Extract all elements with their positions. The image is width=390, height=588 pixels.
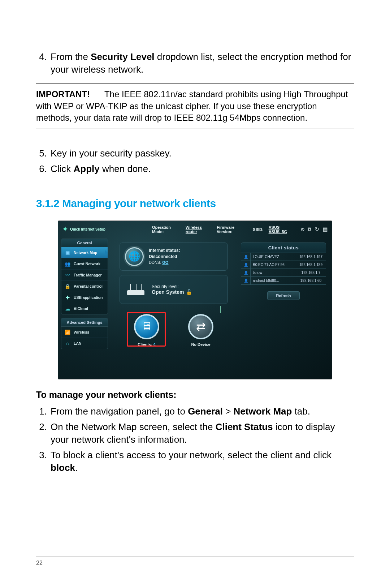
refresh-icon[interactable]: ↻ [315, 226, 319, 232]
lock-icon: 🔒 [64, 283, 71, 289]
client-icon: 👤 [241, 253, 251, 261]
unlock-icon: 🔓 [186, 289, 192, 295]
copy-icon[interactable]: ⧉ [308, 226, 311, 232]
globe-icon: 🌐 [125, 247, 144, 266]
usb-label: No Device [177, 342, 224, 347]
subheading: To manage your network clients: [36, 390, 354, 400]
bottom-steps-list: 1. From the navigation panel, go to Gene… [36, 405, 354, 474]
sidebar-item-aicloud[interactable]: ☁AiCloud [61, 303, 108, 314]
ssid-value[interactable]: ASUS ASUS_5G [269, 225, 296, 234]
traffic-icon: 〰 [64, 272, 71, 278]
page-number: 22 [36, 560, 43, 566]
sidebar-item-guest-network[interactable]: 👥Guest Network [61, 258, 108, 270]
wand-icon: ✦ [62, 226, 68, 233]
internet-status-label: Internet status: [149, 248, 180, 253]
usb-icon: ⇄ [188, 314, 213, 339]
important-label: IMPORTANT! [36, 89, 90, 99]
nav-general-header: General [61, 239, 108, 247]
router-ui-screenshot: Operation Mode: Wireless router Firmware… [58, 220, 332, 379]
selection-highlight [127, 312, 166, 347]
sidebar-item-wireless[interactable]: 📶Wireless [61, 327, 108, 338]
sidebar-item-parental-control[interactable]: 🔒Parental control [61, 281, 108, 292]
top-steps-list: 4. From the Security Level dropdown list… [36, 51, 354, 76]
client-status-header: Client status [241, 243, 326, 253]
sidebar-item-lan[interactable]: ⌂LAN [61, 338, 108, 349]
nav-advanced-header: Advanced Settings [61, 318, 108, 327]
home-icon: ⌂ [64, 340, 71, 347]
bottom-step-2: 2. On the Network Map screen, select the… [36, 421, 354, 446]
nav-general: General ▣Network Map 👥Guest Network 〰Tra… [61, 239, 108, 314]
bottom-step-3: 3. To block a client's access to your ne… [36, 449, 354, 474]
op-mode-label: Operation Mode: [152, 225, 181, 234]
topbar: Operation Mode: Wireless router Firmware… [152, 225, 328, 234]
sidebar-item-usb-application[interactable]: ✚USB application [61, 292, 108, 303]
ssid-label: SSID: [253, 227, 263, 232]
important-note: IMPORTANT!The IEEE 802.11n/ac standard p… [36, 83, 354, 129]
network-map-icon: ▣ [64, 249, 71, 256]
usb-tile[interactable]: ⇄ No Device [177, 314, 224, 347]
client-icon: 👤 [241, 261, 251, 269]
sidebar: ✦ Quick Internet Setup General ▣Network … [61, 224, 108, 349]
router-icon [125, 282, 147, 297]
refresh-button[interactable]: Refresh [267, 291, 300, 300]
security-card[interactable]: Security level: Open System🔓 [120, 275, 228, 304]
page-footer: 22 [36, 557, 354, 566]
manual-page: 4. From the Security Level dropdown list… [0, 0, 390, 588]
client-icon: 👤 [241, 269, 251, 276]
ddns-go-link[interactable]: GO [162, 260, 168, 265]
ddns-label: DDNS: [149, 260, 161, 265]
step-6: 6. Click Apply when done. [36, 163, 354, 175]
sidebar-item-traffic-manager[interactable]: 〰Traffic Manager [61, 270, 108, 281]
exit-icon[interactable]: ⎋ [301, 226, 304, 232]
sidebar-item-network-map[interactable]: ▣Network Map [61, 247, 108, 258]
mid-steps-list: 5. Key in your security passkey. 6. Clic… [36, 147, 354, 175]
op-mode-value[interactable]: Wireless router [186, 225, 212, 234]
client-row[interactable]: 👤tsnow192.168.1.7 [241, 269, 326, 277]
client-row[interactable]: 👤LOUIE-CHAVEZ192.168.1.197 [241, 253, 326, 261]
internet-status-card[interactable]: 🌐 Internet status: Disconnected DDNS: GO [120, 243, 228, 271]
clients-tile[interactable]: 🖥 Clients: 4 [123, 314, 170, 347]
client-row[interactable]: 👤android-b9d80...192.168.1.60 [241, 277, 326, 285]
main-area: 🌐 Internet status: Disconnected DDNS: GO… [112, 235, 328, 375]
client-row[interactable]: 👤B0:EC:71:AC:F7:96192.168.1.189 [241, 261, 326, 269]
qis-label: Quick Internet Setup [70, 227, 105, 231]
fw-label: Firmware Version: [217, 225, 248, 234]
wifi-icon: 📶 [64, 329, 71, 335]
client-icon: 👤 [241, 277, 251, 284]
puzzle-icon: ✚ [64, 294, 71, 301]
nav-advanced: Advanced Settings 📶Wireless ⌂LAN [61, 318, 108, 349]
quick-internet-setup[interactable]: ✦ Quick Internet Setup [61, 224, 108, 235]
security-label: Security level: [152, 284, 192, 289]
cloud-icon: ☁ [64, 305, 71, 312]
step-5: 5. Key in your security passkey. [36, 147, 354, 160]
topbar-icons: ⎋ ⧉ ↻ ▤ [301, 226, 328, 232]
step-4: 4. From the Security Level dropdown list… [36, 51, 354, 76]
client-status-panel: Client status 👤LOUIE-CHAVEZ192.168.1.197… [241, 243, 326, 300]
guest-icon: 👥 [64, 261, 71, 267]
section-heading: 3.1.2 Managing your network clients [36, 197, 354, 210]
more-icon[interactable]: ▤ [323, 226, 328, 232]
bottom-step-1: 1. From the navigation panel, go to Gene… [36, 405, 354, 418]
internet-status-value: Disconnected [149, 254, 180, 260]
security-value: Open System [152, 289, 184, 295]
